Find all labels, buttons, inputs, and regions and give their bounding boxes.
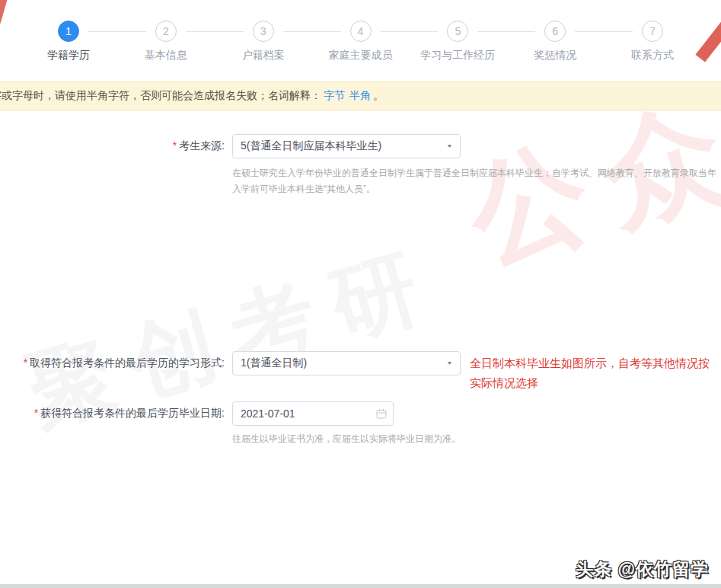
step-4-circle: 4 — [350, 21, 372, 42]
required-asterisk: * — [173, 139, 177, 152]
step-5-label: 学习与工作经历 — [409, 49, 506, 62]
required-asterisk: * — [34, 407, 38, 419]
step-4-family-members[interactable]: 4 家庭主要成员 — [312, 21, 410, 62]
candidate-source-label: *考生来源: — [0, 134, 225, 153]
step-7-label: 联系方式 — [604, 49, 701, 62]
graduation-date-hint: 往届生以毕业证书为准，应届生以实际将毕业日期为准。 — [232, 431, 721, 447]
enrollment-education-form: *考生来源: 5(普通全日制应届本科毕业生) ▼ 在硕士研究生入学年份毕业的普通… — [0, 110, 721, 588]
study-form-label: *取得符合报考条件的最后学历的学习形式: — [0, 351, 225, 370]
application-form-page: 聚创考研 公众号 1 学籍学历 2 基本信息 3 户籍档案 4 家庭主要成员 5… — [0, 0, 721, 588]
step-3-label: 户籍档案 — [215, 49, 312, 62]
step-6-circle: 6 — [544, 21, 566, 42]
halfwidth-glossary-link[interactable]: 半角 — [349, 89, 371, 101]
candidate-source-value: 5(普通全日制应届本科毕业生) — [241, 139, 381, 153]
step-1-enrollment-education[interactable]: 1 学籍学历 — [20, 21, 117, 62]
warning-text: 字或字母时，请使用半角字符，否则可能会造成报名失败；名词解释： — [0, 89, 321, 101]
wizard-stepper: 1 学籍学历 2 基本信息 3 户籍档案 4 家庭主要成员 5 学习与工作经历 … — [0, 0, 721, 62]
step-5-study-work-experience[interactable]: 5 学习与工作经历 — [409, 21, 506, 62]
step-7-contact-info[interactable]: 7 联系方式 — [604, 21, 701, 62]
byte-glossary-link[interactable]: 字节 — [324, 89, 345, 101]
step-2-circle: 2 — [155, 21, 177, 42]
graduation-date-input[interactable]: 2021-07-01 — [232, 401, 394, 426]
toutiao-byline-watermark: 头条 @依竹留学 — [576, 558, 709, 581]
study-form-select[interactable]: 1(普通全日制) ▼ — [232, 351, 461, 375]
step-4-label: 家庭主要成员 — [312, 49, 410, 62]
step-3-household-archive[interactable]: 3 户籍档案 — [215, 21, 312, 62]
step-2-label: 基本信息 — [117, 49, 215, 62]
candidate-source-row: *考生来源: 5(普通全日制应届本科毕业生) ▼ 在硕士研究生入学年份毕业的普通… — [0, 134, 721, 334]
halfwidth-warning-bar: 字或字母时，请使用半角字符，否则可能会造成报名失败；名词解释：字节半角。 — [0, 81, 721, 110]
study-form-annotation: 全日制本科毕业生如图所示，自考等其他情况按实际情况选择 — [470, 351, 719, 393]
step-3-circle: 3 — [253, 21, 274, 42]
study-form-row: *取得符合报考条件的最后学历的学习形式: 1(普通全日制) ▼ 全日制本科毕业生… — [0, 351, 721, 393]
step-7-circle: 7 — [642, 21, 663, 42]
bottom-edge-strip — [0, 584, 721, 588]
step-6-label: 奖惩情况 — [506, 49, 604, 62]
step-2-basic-info[interactable]: 2 基本信息 — [117, 21, 215, 62]
warning-text-end: 。 — [373, 89, 384, 101]
step-1-label: 学籍学历 — [20, 49, 117, 62]
chevron-down-icon: ▼ — [446, 360, 453, 366]
study-form-value: 1(普通全日制) — [241, 356, 307, 370]
graduation-date-value: 2021-07-01 — [241, 407, 295, 420]
candidate-source-hint: 在硕士研究生入学年份毕业的普通全日制学生属于普通全日制应届本科毕业生；自学考试、… — [232, 165, 721, 197]
step-5-circle: 5 — [447, 21, 468, 42]
chevron-down-icon: ▼ — [446, 143, 453, 149]
step-1-circle: 1 — [58, 21, 79, 42]
candidate-source-select[interactable]: 5(普通全日制应届本科毕业生) ▼ — [232, 134, 461, 158]
calendar-icon[interactable] — [376, 408, 387, 419]
graduation-date-label: *获得符合报考条件的最后学历毕业日期: — [0, 401, 225, 420]
step-6-rewards-punishments[interactable]: 6 奖惩情况 — [506, 21, 604, 62]
required-asterisk: * — [24, 356, 27, 369]
